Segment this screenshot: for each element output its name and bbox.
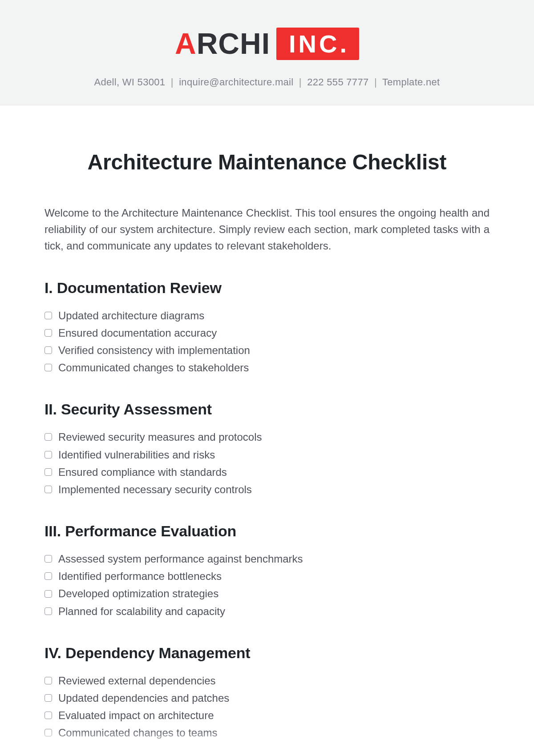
checklist-item: Updated architecture diagrams <box>44 307 490 324</box>
checklist-item: Identified vulnerabilities and risks <box>44 446 490 463</box>
checkbox-icon[interactable] <box>44 712 52 719</box>
checkbox-icon[interactable] <box>44 329 52 337</box>
checklist-item-label: Updated dependencies and patches <box>58 690 229 706</box>
checklist: Assessed system performance against benc… <box>44 551 490 619</box>
separator-icon: | <box>171 76 174 88</box>
checkbox-icon[interactable] <box>44 555 52 563</box>
section-heading: I. Documentation Review <box>44 279 490 297</box>
checklist-item-label: Ensured documentation accuracy <box>58 325 217 341</box>
checklist-item: Developed optimization strategies <box>44 585 490 602</box>
section: IV. Dependency ManagementReviewed extern… <box>44 644 490 741</box>
checklist-item: Ensured documentation accuracy <box>44 325 490 341</box>
checklist-item: Ensured compliance with standards <box>44 464 490 480</box>
checklist-item-label: Evaluated impact on architecture <box>58 707 214 724</box>
checkbox-icon[interactable] <box>44 364 52 371</box>
checklist-item-label: Reviewed security measures and protocols <box>58 429 262 445</box>
checklist-item-label: Verified consistency with implementation <box>58 342 250 358</box>
header-band: ARCHI INC. Adell, WI 53001 | inquire@arc… <box>0 0 534 105</box>
checkbox-icon[interactable] <box>44 607 52 615</box>
checklist-item-label: Communicated changes to stakeholders <box>58 359 249 376</box>
checkbox-icon[interactable] <box>44 694 52 702</box>
section-heading: II. Security Assessment <box>44 401 490 418</box>
section: I. Documentation ReviewUpdated architect… <box>44 279 490 376</box>
checklist-item: Updated dependencies and patches <box>44 690 490 706</box>
checklist-item-label: Reviewed external dependencies <box>58 672 216 689</box>
contact-address: Adell, WI 53001 <box>94 76 165 88</box>
checkbox-icon[interactable] <box>44 346 52 354</box>
checkbox-icon[interactable] <box>44 312 52 319</box>
logo-archi-rest: RCHI <box>197 27 270 60</box>
contact-phone: 222 555 7777 <box>307 76 368 88</box>
checkbox-icon[interactable] <box>44 590 52 598</box>
checkbox-icon[interactable] <box>44 451 52 458</box>
intro-paragraph: Welcome to the Architecture Maintenance … <box>44 205 490 254</box>
checklist-item-label: Identified vulnerabilities and risks <box>58 446 215 463</box>
contact-site: Template.net <box>382 76 440 88</box>
checklist-item-label: Identified performance bottlenecks <box>58 568 222 584</box>
checklist-item: Identified performance bottlenecks <box>44 568 490 584</box>
checklist-item: Verified consistency with implementation <box>44 342 490 358</box>
checklist-item-label: Updated architecture diagrams <box>58 307 204 324</box>
checklist-item: Evaluated impact on architecture <box>44 707 490 724</box>
checklist-item: Implemented necessary security controls <box>44 481 490 498</box>
checkbox-icon[interactable] <box>44 677 52 684</box>
section-heading: IV. Dependency Management <box>44 644 490 662</box>
checklist-item: Reviewed external dependencies <box>44 672 490 689</box>
separator-icon: | <box>299 76 302 88</box>
section: II. Security AssessmentReviewed security… <box>44 401 490 498</box>
checklist-item: Planned for scalability and capacity <box>44 603 490 619</box>
checklist-item-label: Assessed system performance against benc… <box>58 551 303 567</box>
page-body: Architecture Maintenance Checklist Welco… <box>0 105 534 741</box>
separator-icon: | <box>374 76 377 88</box>
checkbox-icon[interactable] <box>44 433 52 441</box>
checkbox-icon[interactable] <box>44 572 52 580</box>
checklist-item-label: Implemented necessary security controls <box>58 481 252 498</box>
checklist-item: Communicated changes to stakeholders <box>44 359 490 376</box>
logo: ARCHI INC. <box>175 27 359 60</box>
checklist-item: Reviewed security measures and protocols <box>44 429 490 445</box>
logo-archi: ARCHI <box>175 27 270 60</box>
checklist-item-label: Ensured compliance with standards <box>58 464 227 480</box>
fade-cutoff <box>0 729 534 756</box>
checklist-item-label: Developed optimization strategies <box>58 585 218 602</box>
checklist: Updated architecture diagramsEnsured doc… <box>44 307 490 376</box>
checkbox-icon[interactable] <box>44 468 52 476</box>
checklist-item-label: Planned for scalability and capacity <box>58 603 225 619</box>
page-title: Architecture Maintenance Checklist <box>44 150 490 174</box>
section: III. Performance EvaluationAssessed syst… <box>44 523 490 619</box>
checkbox-icon[interactable] <box>44 486 52 493</box>
checklist-item: Assessed system performance against benc… <box>44 551 490 567</box>
section-heading: III. Performance Evaluation <box>44 523 490 540</box>
logo-archi-letter: A <box>175 27 197 60</box>
contact-email: inquire@architecture.mail <box>179 76 293 88</box>
checklist: Reviewed security measures and protocols… <box>44 429 490 498</box>
contact-line: Adell, WI 53001 | inquire@architecture.m… <box>0 76 534 88</box>
logo-inc: INC. <box>276 28 359 60</box>
